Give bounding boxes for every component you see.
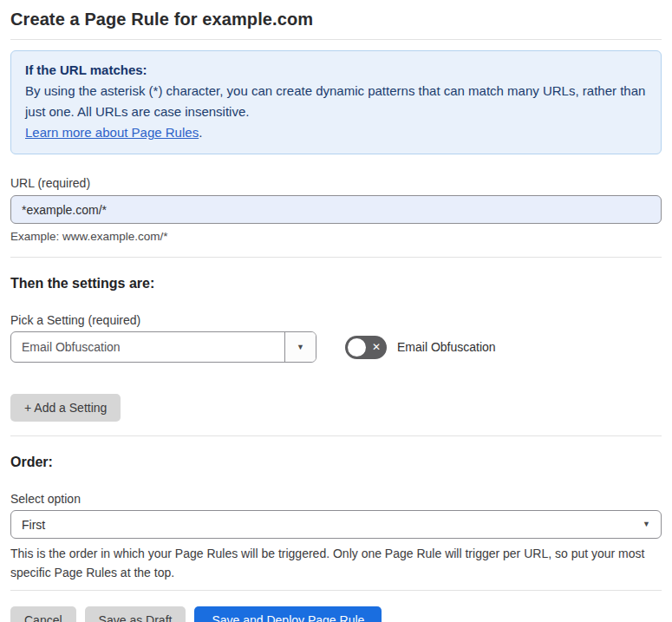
setting-select-arrow-button[interactable]: ▼ [284,332,316,362]
order-select-value: First [22,518,643,532]
toggle-off-x-icon: ✕ [372,342,381,352]
info-box-link-line: Learn more about Page Rules. [25,122,647,143]
order-select[interactable]: First ▼ [10,510,662,539]
pick-setting-label: Pick a Setting (required) [10,313,662,327]
order-section-heading: Order: [10,455,662,470]
url-match-info-box: If the URL matches: By using the asteris… [10,50,662,154]
link-suffix: . [199,125,202,140]
divider [10,590,662,591]
setting-select-value: Email Obfuscation [11,332,284,362]
cancel-button[interactable]: Cancel [10,606,76,622]
save-and-deploy-button[interactable]: Save and Deploy Page Rule [194,606,382,622]
toggle-knob [348,338,366,357]
url-field-label: URL (required) [10,176,662,190]
learn-more-link[interactable]: Learn more about Page Rules [25,125,199,140]
footer-actions: Cancel Save as Draft Save and Deploy Pag… [10,606,662,622]
chevron-down-icon: ▼ [643,521,650,528]
page-title: Create a Page Rule for example.com [10,10,662,29]
info-box-heading: If the URL matches: [25,60,647,81]
info-box-body: By using the asterisk (*) character, you… [25,81,647,122]
create-page-rule-dialog: Create a Page Rule for example.com If th… [0,0,672,622]
url-input[interactable] [10,195,662,224]
email-obfuscation-toggle[interactable]: ✕ [345,336,387,359]
divider [10,257,662,258]
chevron-down-icon: ▼ [297,344,304,351]
url-example-text: Example: www.example.com/* [10,230,662,243]
settings-section-heading: Then the settings are: [10,276,662,291]
order-select-label: Select option [10,492,662,506]
divider [10,435,662,436]
toggle-label: Email Obfuscation [397,340,496,354]
page-header: Create a Page Rule for example.com [10,0,662,40]
save-as-draft-button[interactable]: Save as Draft [85,606,186,622]
setting-row: Email Obfuscation ▼ ✕ Email Obfuscation [10,331,662,363]
setting-select[interactable]: Email Obfuscation ▼ [10,331,316,363]
add-setting-button[interactable]: + Add a Setting [10,394,121,422]
order-help-text: This is the order in which your Page Rul… [10,544,662,582]
